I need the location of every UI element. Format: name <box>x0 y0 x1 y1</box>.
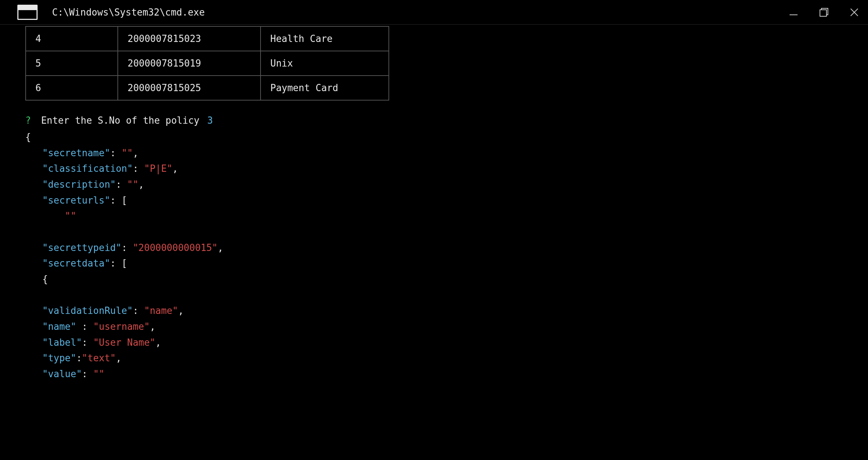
close-button[interactable] <box>848 6 861 19</box>
json-key: "type" <box>42 353 76 363</box>
json-key: "secrettypeid" <box>42 242 121 253</box>
cell-sno: 5 <box>26 51 118 76</box>
json-string: "User Name" <box>93 337 155 348</box>
json-output: { "secretname": "", "classification": "P… <box>25 129 843 382</box>
json-key: "label" <box>42 337 82 348</box>
svg-rect-1 <box>820 10 826 16</box>
json-key: "classification" <box>42 163 133 174</box>
prompt-text: Enter the S.No of the policy <box>41 115 199 126</box>
json-string: "username" <box>93 321 150 332</box>
titlebar: C:\Windows\System32\cmd.exe <box>0 0 868 25</box>
json-string: "" <box>121 148 133 158</box>
prompt-marker-icon: ? <box>25 115 31 126</box>
json-key: "description" <box>42 179 116 190</box>
table-row: 5 2000007815019 Unix <box>26 51 389 76</box>
table-row: 6 2000007815025 Payment Card <box>26 76 389 100</box>
window-controls <box>787 0 861 24</box>
json-string: "text" <box>82 353 116 363</box>
json-string: "" <box>93 369 104 379</box>
json-key: "name" <box>42 321 76 332</box>
prompt-line: ?Enter the S.No of the policy 3 <box>25 115 843 126</box>
json-key: "secreturls" <box>42 195 110 206</box>
cell-id: 2000007815023 <box>118 26 261 51</box>
terminal-window: C:\Windows\System32\cmd.exe 4 <box>0 0 868 460</box>
json-key: "validationRule" <box>42 305 133 316</box>
json-key: "secretdata" <box>42 258 110 269</box>
cell-name: Payment Card <box>261 76 389 100</box>
table-row: 4 2000007815023 Health Care <box>26 26 389 51</box>
cmd-icon <box>17 5 38 20</box>
json-string: "" <box>65 210 76 221</box>
window-title: C:\Windows\System32\cmd.exe <box>52 7 205 18</box>
cell-name: Unix <box>261 51 389 76</box>
terminal-content[interactable]: 4 2000007815023 Health Care 5 2000007815… <box>0 25 868 460</box>
json-string: "name" <box>144 305 178 316</box>
cell-sno: 6 <box>26 76 118 100</box>
json-string: "2000000000015" <box>133 242 218 253</box>
cell-sno: 4 <box>26 26 118 51</box>
json-key: "secretname" <box>42 148 110 158</box>
minimize-button[interactable] <box>787 6 800 19</box>
json-string: "" <box>127 179 138 190</box>
cell-id: 2000007815025 <box>118 76 261 100</box>
maximize-button[interactable] <box>817 6 830 19</box>
json-string: "P|E" <box>144 163 172 174</box>
cell-id: 2000007815019 <box>118 51 261 76</box>
policy-table: 4 2000007815023 Health Care 5 2000007815… <box>25 26 389 101</box>
cell-name: Health Care <box>261 26 389 51</box>
prompt-answer: 3 <box>205 115 213 126</box>
json-key: "value" <box>42 369 82 379</box>
